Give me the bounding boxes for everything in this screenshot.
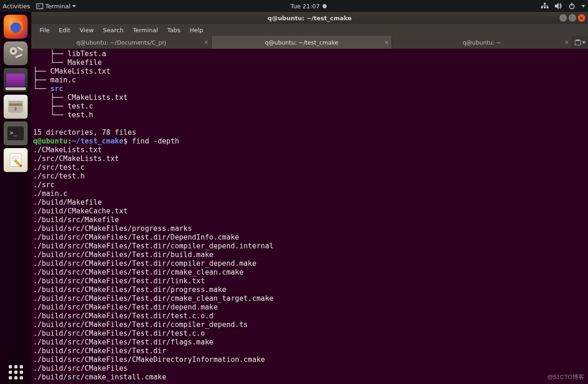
window-close-button[interactable]: × bbox=[578, 14, 585, 22]
svg-point-16 bbox=[12, 50, 15, 52]
svg-rect-30 bbox=[575, 40, 581, 45]
tab-label: q@ubuntu: ~/test_cmake bbox=[265, 39, 338, 46]
clock-label: Tue 21:07 bbox=[290, 3, 320, 10]
svg-rect-9 bbox=[542, 6, 542, 7]
new-tab-icon bbox=[575, 39, 581, 46]
terminal-tab[interactable]: q@ubuntu: ~× bbox=[392, 36, 572, 49]
menu-item-view[interactable]: View bbox=[75, 26, 98, 34]
dock-app-text-editor[interactable] bbox=[4, 148, 28, 172]
terminal-tab[interactable]: q@ubuntu: ~/Documents/C_prj× bbox=[31, 36, 212, 49]
gnome-top-bar: Activities >_ Terminal Tue 21:07 bbox=[0, 0, 588, 12]
menu-item-help[interactable]: Help bbox=[185, 26, 208, 34]
svg-marker-11 bbox=[555, 3, 559, 9]
terminal-tabs: q@ubuntu: ~/Documents/C_prj×q@ubuntu: ~/… bbox=[31, 36, 588, 49]
tab-close-icon[interactable]: × bbox=[384, 39, 389, 46]
svg-rect-13 bbox=[571, 3, 572, 6]
clock[interactable]: Tue 21:07 bbox=[290, 3, 327, 10]
terminal-tab[interactable]: q@ubuntu: ~/test_cmake× bbox=[212, 36, 392, 49]
tab-close-icon[interactable]: × bbox=[204, 39, 208, 46]
chevron-down-icon bbox=[72, 5, 76, 7]
show-applications-button[interactable] bbox=[9, 365, 23, 379]
window-title: q@ubuntu: ~/test_cmake bbox=[268, 15, 352, 22]
watermark-text: @51CTO博客 bbox=[547, 373, 584, 381]
svg-rect-10 bbox=[548, 6, 548, 7]
launcher-dock: >_ bbox=[0, 12, 31, 384]
window-titlebar[interactable]: q@ubuntu: ~/test_cmake – ▢ × bbox=[31, 12, 588, 24]
dock-app-screenshot[interactable] bbox=[4, 68, 28, 92]
svg-rect-5 bbox=[544, 6, 546, 8]
svg-rect-19 bbox=[8, 101, 23, 113]
volume-status-icon[interactable] bbox=[555, 3, 562, 9]
chevron-down-icon bbox=[582, 41, 586, 44]
window-maximize-button[interactable]: ▢ bbox=[569, 14, 576, 22]
dock-app-terminal[interactable]: >_ bbox=[4, 121, 28, 145]
activities-button[interactable]: Activities bbox=[3, 3, 30, 10]
menu-item-file[interactable]: File bbox=[35, 26, 54, 34]
svg-rect-18 bbox=[15, 53, 23, 58]
tab-close-icon[interactable]: × bbox=[565, 39, 569, 46]
terminal-content[interactable]: ├── libTest.a └── Makefile ├── CMakeList… bbox=[31, 49, 588, 384]
tab-label: q@ubuntu: ~/Documents/C_prj bbox=[76, 39, 166, 46]
svg-rect-31 bbox=[576, 40, 580, 41]
menu-item-tabs[interactable]: Tabs bbox=[162, 26, 185, 34]
terminal-window: q@ubuntu: ~/test_cmake – ▢ × FileEditVie… bbox=[31, 12, 588, 384]
menu-item-terminal[interactable]: Terminal bbox=[128, 26, 162, 34]
dock-app-firefox[interactable] bbox=[4, 15, 28, 39]
window-menubar: FileEditViewSearchTerminalTabsHelp bbox=[31, 24, 588, 36]
network-status-icon[interactable] bbox=[541, 3, 548, 9]
svg-rect-8 bbox=[542, 6, 548, 6]
dock-app-files[interactable] bbox=[4, 95, 28, 119]
svg-rect-3 bbox=[544, 3, 546, 5]
svg-rect-21 bbox=[15, 107, 17, 111]
menu-item-search[interactable]: Search bbox=[98, 26, 128, 34]
terminal-indicator-icon: >_ bbox=[36, 3, 43, 9]
window-minimize-button[interactable]: – bbox=[559, 14, 567, 22]
tab-label: q@ubuntu: ~ bbox=[463, 39, 502, 46]
terminal-output: ├── libTest.a └── Makefile ├── CMakeList… bbox=[33, 50, 586, 382]
system-menu-chevron-icon[interactable] bbox=[582, 5, 585, 7]
svg-point-14 bbox=[11, 23, 21, 33]
menu-item-edit[interactable]: Edit bbox=[54, 26, 75, 34]
new-tab-button[interactable] bbox=[572, 36, 588, 49]
svg-rect-17 bbox=[17, 46, 23, 51]
record-indicator-icon bbox=[323, 4, 327, 8]
svg-rect-20 bbox=[9, 103, 22, 106]
svg-text:>_: >_ bbox=[10, 129, 17, 136]
app-menu-button[interactable]: >_ Terminal bbox=[36, 3, 76, 10]
dock-app-settings[interactable] bbox=[4, 41, 28, 65]
app-menu-label: Terminal bbox=[45, 3, 70, 10]
svg-text:>_: >_ bbox=[38, 4, 42, 8]
power-status-icon[interactable] bbox=[569, 3, 575, 9]
